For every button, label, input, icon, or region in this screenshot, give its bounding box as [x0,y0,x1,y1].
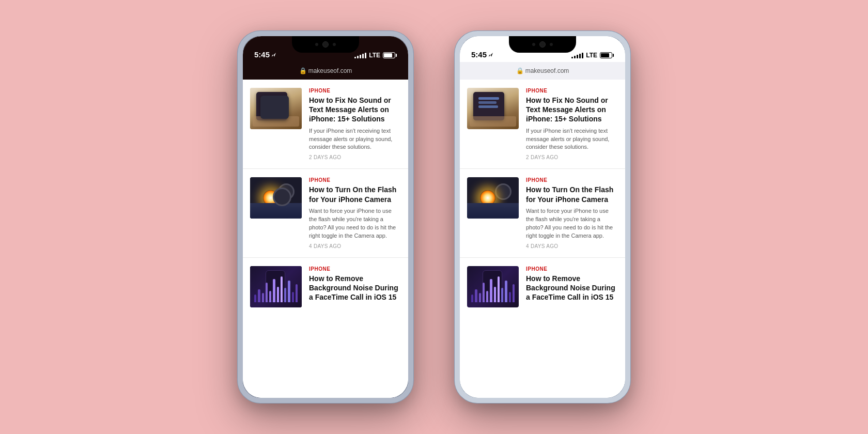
signal-icon-dark [354,52,366,58]
location-arrow-icon [271,52,276,57]
article-category-3-light: IPHONE [526,266,618,272]
article-thumb-2-light [467,177,519,219]
article-thumb-1-dark [250,88,302,129]
article-title-3-dark: How to Remove Background Noise During a … [309,274,401,302]
article-item-2-dark[interactable]: IPHONE How to Turn On the Flash for Your… [243,169,408,257]
article-thumb-3-dark [250,266,302,307]
notch-dot [315,43,318,46]
article-category-2-dark: IPHONE [309,177,401,183]
article-excerpt-2-dark: Want to force your iPhone to use the fla… [309,207,401,240]
status-icons-light: LTE [571,52,614,59]
notch-dot-2 [333,43,336,46]
article-content-1-light: IPHONE How to Fix No Sound or Text Messa… [526,88,618,160]
article-category-3-dark: IPHONE [309,266,401,272]
article-excerpt-1-light: If your iPhone isn't receiving text mess… [526,127,618,152]
location-arrow-icon-l [488,52,493,57]
svg-marker-1 [489,53,493,57]
article-content-1-dark: IPHONE How to Fix No Sound or Text Messa… [309,88,401,160]
article-list-light: IPHONE How to Fix No Sound or Text Messa… [460,80,625,398]
status-icons-dark: LTE [354,52,397,59]
article-title-2-light: How to Turn On the Flash for Your iPhone… [526,185,618,204]
article-content-3-light: IPHONE How to Remove Background Noise Du… [526,266,618,305]
article-excerpt-2-light: Want to force your iPhone to use the fla… [526,207,618,240]
article-thumb-3-light [467,266,519,307]
article-item-1-dark[interactable]: IPHONE How to Fix No Sound or Text Messa… [243,80,408,169]
article-item-3-light[interactable]: IPHONE How to Remove Background Noise Du… [460,258,625,316]
article-category-2-light: IPHONE [526,177,618,183]
article-thumb-1-light [467,88,519,129]
article-time-2-dark: 4 DAYS AGO [309,243,401,249]
notch-dot-l [532,43,535,46]
phone-dark: 5:45 LTE [238,31,413,403]
phone-screen-dark: 5:45 LTE [243,36,408,398]
notch-light [509,36,576,53]
article-list-dark: IPHONE How to Fix No Sound or Text Messa… [243,80,408,398]
notch-dark [292,36,359,53]
article-title-1-dark: How to Fix No Sound or Text Message Aler… [309,96,401,124]
battery-icon-dark [383,52,397,58]
article-content-3-dark: IPHONE How to Remove Background Noise Du… [309,266,401,305]
phone-frame-dark: 5:45 LTE [238,31,413,403]
battery-icon-light [600,52,614,58]
article-item-2-light[interactable]: IPHONE How to Turn On the Flash for Your… [460,169,625,257]
article-title-2-dark: How to Turn On the Flash for Your iPhone… [309,185,401,204]
article-category-1-light: IPHONE [526,88,618,94]
lte-label-light: LTE [586,52,597,59]
article-item-3-dark[interactable]: IPHONE How to Remove Background Noise Du… [243,258,408,316]
status-time-light: 5:45 [471,50,493,59]
article-time-2-light: 4 DAYS AGO [526,243,618,249]
article-time-1-dark: 2 DAYS AGO [309,154,401,160]
article-title-3-light: How to Remove Background Noise During a … [526,274,618,302]
article-title-1-light: How to Fix No Sound or Text Message Aler… [526,96,618,124]
url-text-dark: 🔒 makeuseof.com [299,67,352,74]
url-text-light: 🔒 makeuseof.com [516,67,569,74]
waveform-thumb-dark [254,276,298,302]
article-category-1-dark: IPHONE [309,88,401,94]
article-time-1-light: 2 DAYS AGO [526,154,618,160]
article-excerpt-1-dark: If your iPhone isn't receiving text mess… [309,127,401,152]
url-bar-light[interactable]: 🔒 makeuseof.com [460,62,625,80]
lte-label-dark: LTE [369,52,380,59]
url-bar-dark[interactable]: 🔒 makeuseof.com [243,62,408,80]
article-content-2-dark: IPHONE How to Turn On the Flash for Your… [309,177,401,249]
svg-marker-0 [272,53,276,57]
waveform-thumb-light [471,276,515,302]
article-item-1-light[interactable]: IPHONE How to Fix No Sound or Text Messa… [460,80,625,169]
phone-frame-light: 5:45 LTE [455,31,630,403]
status-time-dark: 5:45 [254,50,276,59]
article-thumb-2-dark [250,177,302,219]
article-content-2-light: IPHONE How to Turn On the Flash for Your… [526,177,618,249]
phone-light: 5:45 LTE [455,31,630,403]
camera-dot [322,41,329,48]
lock-icon-dark: 🔒 [299,67,307,74]
notch-dot-2-l [550,43,553,46]
camera-dot-l [539,41,546,48]
signal-icon-light [571,52,583,58]
phone-screen-light: 5:45 LTE [460,36,625,398]
lock-icon-light: 🔒 [516,67,524,74]
